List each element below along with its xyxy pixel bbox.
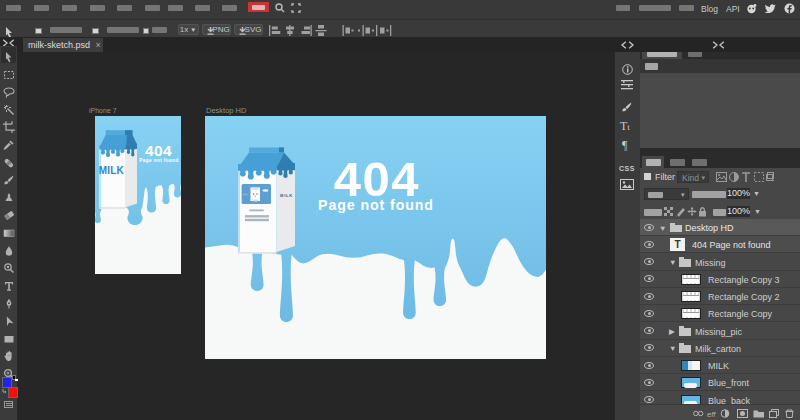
- svg-text:MILK: MILK: [280, 193, 293, 198]
- svg-text:404: 404: [145, 142, 172, 159]
- svg-text:Page not found: Page not found: [139, 158, 179, 163]
- svg-text:Page not found: Page not found: [318, 197, 434, 213]
- svg-text:eff: eff: [707, 410, 716, 419]
- svg-text:MILK: MILK: [99, 165, 125, 176]
